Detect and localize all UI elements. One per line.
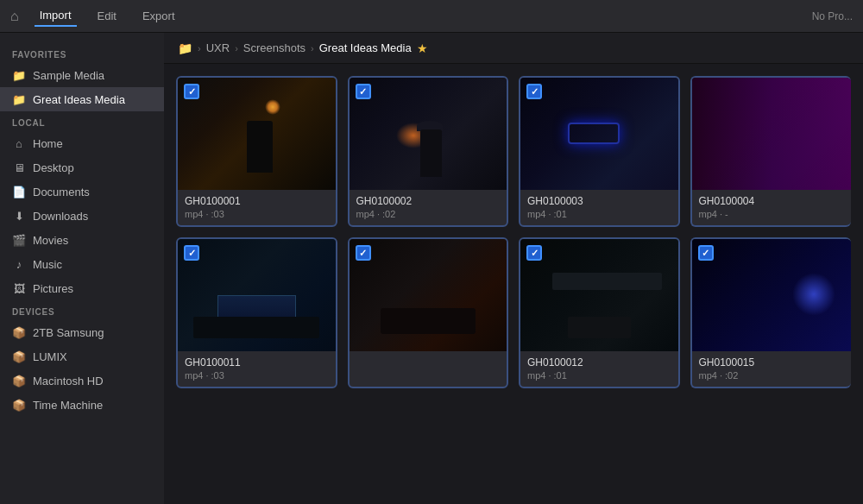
- sidebar: FAVORITES 📁 Sample Media 📁 Great Ideas M…: [0, 33, 164, 504]
- sidebar-item-label: Sample Media: [33, 69, 104, 82]
- media-checkbox[interactable]: [356, 245, 371, 261]
- movies-icon: 🎬: [12, 233, 26, 247]
- sidebar-item-label: Macintosh HD: [33, 375, 104, 387]
- content-area: 📁 › UXR › Screenshots › Great Ideas Medi…: [164, 33, 863, 504]
- breadcrumb-screenshots[interactable]: Screenshots: [243, 41, 306, 54]
- tab-edit[interactable]: Edit: [92, 6, 122, 26]
- media-thumbnail: [692, 239, 852, 351]
- media-info: GH0100002 mp4 · :02: [350, 190, 507, 225]
- sidebar-item-documents[interactable]: 📄 Documents: [0, 180, 164, 204]
- sidebar-item-time-machine[interactable]: 📦 Time Machine: [0, 393, 164, 417]
- media-checkbox[interactable]: [526, 245, 542, 261]
- media-meta: mp4 · -: [699, 209, 845, 219]
- media-meta: mp4 · :01: [527, 370, 671, 381]
- media-meta: mp4 · :02: [699, 370, 845, 381]
- drive-icon: 📦: [12, 325, 26, 339]
- drive-icon: 📦: [12, 374, 26, 387]
- media-info: GH0100004 mp4 · -: [692, 190, 852, 225]
- nav-tabs: Import Edit Export: [35, 5, 180, 27]
- sidebar-item-home[interactable]: ⌂ Home: [0, 131, 164, 155]
- media-checkbox[interactable]: [184, 84, 199, 99]
- breadcrumb-sep: ›: [198, 43, 201, 54]
- media-info: GH0100011 mp4 · :03: [178, 351, 336, 387]
- sidebar-item-desktop[interactable]: 🖥 Desktop: [0, 155, 164, 180]
- sidebar-item-label: Great Ideas Media: [33, 93, 125, 106]
- media-thumbnail: [178, 78, 336, 190]
- media-info: GH0100015 mp4 · :02: [692, 351, 852, 387]
- media-checkbox[interactable]: [184, 245, 199, 261]
- media-thumbnail: [350, 239, 507, 351]
- sidebar-item-lumix[interactable]: 📦 LUMIX: [0, 344, 164, 369]
- sidebar-item-music[interactable]: ♪ Music: [0, 252, 164, 276]
- sidebar-item-macintosh-hd[interactable]: 📦 Macintosh HD: [0, 369, 164, 393]
- sidebar-item-label: Movies: [33, 234, 68, 247]
- sidebar-item-label: Pictures: [33, 282, 73, 295]
- desktop-icon: 🖥: [12, 161, 26, 174]
- music-icon: ♪: [12, 257, 26, 271]
- tab-import[interactable]: Import: [35, 5, 77, 27]
- sidebar-item-label: LUMIX: [33, 350, 67, 363]
- no-proxy-label: No Pro...: [812, 10, 853, 22]
- media-info: GH0100012 mp4 · :01: [520, 351, 678, 387]
- sidebar-item-great-ideas[interactable]: 📁 Great Ideas Media: [0, 87, 164, 111]
- media-card-gh0100004[interactable]: GH0100004 mp4 · -: [690, 76, 852, 227]
- sidebar-item-label: Downloads: [33, 210, 88, 223]
- media-checkbox[interactable]: [526, 84, 542, 99]
- drive-icon: 📦: [12, 398, 26, 412]
- sidebar-item-label: Time Machine: [33, 399, 103, 412]
- sidebar-item-downloads[interactable]: ⬇ Downloads: [0, 204, 164, 228]
- favorites-section-label: FAVORITES: [0, 43, 164, 63]
- media-checkbox[interactable]: [698, 245, 714, 261]
- media-thumbnail: [520, 78, 678, 190]
- media-filename: GH0100002: [356, 195, 501, 207]
- breadcrumb-sep: ›: [311, 43, 314, 54]
- breadcrumb: 📁 › UXR › Screenshots › Great Ideas Medi…: [164, 33, 863, 64]
- media-card-gh0100011[interactable]: GH0100011 mp4 · :03: [176, 237, 337, 388]
- media-card-gh0100002[interactable]: GH0100002 mp4 · :02: [348, 76, 509, 227]
- pictures-icon: 🖼: [12, 281, 26, 295]
- sidebar-item-movies[interactable]: 🎬 Movies: [0, 228, 164, 252]
- media-card-gh0100012-pre[interactable]: [348, 237, 509, 388]
- home-icon: ⌂: [12, 136, 26, 150]
- media-thumbnail: [350, 78, 507, 190]
- media-filename: GH0100001: [185, 195, 329, 207]
- downloads-icon: ⬇: [12, 209, 26, 223]
- drive-icon: 📦: [12, 350, 26, 363]
- media-thumbnail: [178, 239, 336, 351]
- media-card-gh0100001[interactable]: GH0100001 mp4 · :03: [176, 76, 337, 227]
- breadcrumb-folder-icon: 📁: [178, 41, 192, 55]
- media-card-gh0100003[interactable]: GH0100003 mp4 · :01: [519, 76, 680, 227]
- breadcrumb-star-icon[interactable]: ★: [417, 41, 428, 55]
- folder-icon: 📁: [12, 92, 26, 106]
- sidebar-item-sample-media[interactable]: 📁 Sample Media: [0, 63, 164, 87]
- media-filename: GH0100015: [699, 356, 845, 369]
- media-filename: GH0100011: [185, 356, 329, 369]
- breadcrumb-great-ideas[interactable]: Great Ideas Media: [319, 41, 412, 54]
- sidebar-item-label: Documents: [33, 186, 90, 198]
- sidebar-item-pictures[interactable]: 🖼 Pictures: [0, 276, 164, 300]
- media-meta: mp4 · :01: [527, 209, 671, 219]
- media-info: GH0100001 mp4 · :03: [178, 190, 336, 225]
- media-info: GH0100003 mp4 · :01: [520, 190, 678, 225]
- media-grid: GH0100001 mp4 · :03 GH0100002 mp4 · :02: [164, 64, 863, 504]
- sidebar-item-label: 2TB Samsung: [33, 326, 104, 339]
- media-filename: GH0100003: [527, 195, 671, 207]
- media-meta: mp4 · :03: [185, 209, 329, 219]
- sidebar-item-2tb-samsung[interactable]: 📦 2TB Samsung: [0, 320, 164, 344]
- home-icon[interactable]: ⌂: [10, 9, 19, 24]
- sidebar-item-label: Music: [33, 258, 62, 271]
- tab-export[interactable]: Export: [137, 6, 180, 26]
- media-card-gh0100012[interactable]: GH0100012 mp4 · :01: [519, 237, 680, 388]
- media-checkbox[interactable]: [356, 84, 371, 99]
- documents-icon: 📄: [12, 185, 26, 198]
- media-thumbnail: [520, 239, 678, 351]
- media-info: [350, 351, 507, 364]
- local-section-label: LOCAL: [0, 111, 164, 131]
- media-filename: GH0100012: [527, 356, 671, 369]
- sidebar-item-label: Home: [33, 137, 63, 150]
- media-card-gh0100015[interactable]: GH0100015 mp4 · :02: [690, 237, 852, 388]
- top-bar: ⌂ Import Edit Export No Pro...: [0, 0, 863, 33]
- breadcrumb-uxr[interactable]: UXR: [206, 41, 230, 54]
- media-meta: mp4 · :02: [356, 209, 501, 219]
- media-meta: mp4 · :03: [185, 370, 329, 381]
